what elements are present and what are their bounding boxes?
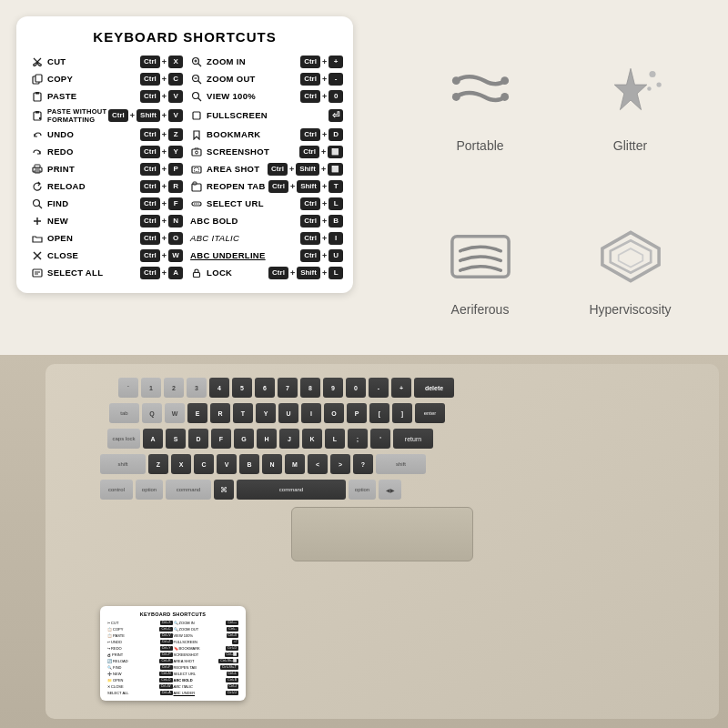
key-s[interactable]: S	[166, 429, 186, 449]
mini-bookmark: 🔖 BOOKMARKCtrl+D	[174, 645, 239, 651]
mini-bold: ABC BOLDCtrl+B	[174, 677, 239, 682]
key-lbrace[interactable]: [	[369, 403, 389, 423]
key-h[interactable]: H	[257, 429, 277, 449]
key-6[interactable]: 6	[255, 378, 275, 398]
key-3[interactable]: 3	[187, 378, 207, 398]
mini-reopen: REOPEN TABCtrl+Sh+T	[174, 664, 239, 670]
mini-view100: VIEW 100%Ctrl+0	[174, 632, 239, 638]
svg-rect-10	[35, 92, 39, 95]
trackpad[interactable]	[291, 507, 473, 561]
key-quote[interactable]: '	[370, 429, 390, 449]
key-f[interactable]: F	[211, 429, 231, 449]
key-c[interactable]: C	[194, 454, 214, 474]
key-7[interactable]: 7	[278, 378, 298, 398]
copy-icon	[31, 73, 44, 86]
select-url-icon	[190, 197, 203, 210]
lock-icon	[190, 267, 203, 279]
key-o[interactable]: O	[324, 403, 344, 423]
key-5[interactable]: 5	[232, 378, 252, 398]
key-return[interactable]: return	[393, 429, 433, 449]
key-fn-symbol[interactable]: ⌘	[214, 480, 234, 500]
key-arrows[interactable]: ◀▶	[379, 480, 401, 500]
paste-keys: Ctrl+V	[140, 90, 183, 103]
key-backtick[interactable]: `	[118, 378, 138, 398]
copy-label: COPY	[47, 74, 73, 84]
glitter-item: Glitter	[560, 27, 701, 182]
key-delete[interactable]: delete	[414, 378, 454, 398]
key-z[interactable]: Z	[148, 454, 168, 474]
mini-copy: 📋 COPYCtrl+C	[107, 626, 173, 632]
key-b[interactable]: B	[239, 454, 259, 474]
aeriferous-label: Aeriferous	[451, 302, 510, 317]
key-1[interactable]: 1	[141, 378, 161, 398]
key-semicolon[interactable]: ;	[348, 429, 368, 449]
print-keys: Ctrl+P	[140, 163, 183, 176]
key-e[interactable]: E	[187, 403, 207, 423]
key-j[interactable]: J	[279, 429, 299, 449]
key-r[interactable]: R	[210, 403, 230, 423]
fullscreen-keys: ⏎	[329, 109, 343, 122]
aeriferous-item: Aeriferous	[410, 191, 551, 346]
key-v[interactable]: V	[217, 454, 237, 474]
key-0[interactable]: 0	[346, 378, 366, 398]
key-shift-left[interactable]: shift	[100, 454, 146, 474]
key-l[interactable]: L	[325, 429, 345, 449]
hyperviscosity-item: Hyperviscosity	[560, 191, 701, 346]
key-a[interactable]: A	[143, 429, 163, 449]
key-d[interactable]: D	[188, 429, 208, 449]
new-keys: Ctrl+N	[140, 215, 183, 228]
key-rbrace[interactable]: ]	[392, 403, 412, 423]
shortcuts-grid: CUT Ctrl+X ZOOM IN Ctrl++	[31, 54, 339, 280]
key-n[interactable]: N	[262, 454, 282, 474]
key-y[interactable]: Y	[256, 403, 276, 423]
key-x[interactable]: X	[171, 454, 191, 474]
key-8[interactable]: 8	[300, 378, 320, 398]
key-control[interactable]: control	[100, 480, 133, 500]
shortcut-print: PRINT Ctrl+P	[31, 161, 183, 177]
key-4[interactable]: 4	[209, 378, 229, 398]
key-q[interactable]: Q	[142, 403, 162, 423]
undo-keys: Ctrl+Z	[140, 128, 183, 141]
paste-icon	[31, 90, 44, 103]
reload-keys: Ctrl+R	[140, 180, 183, 193]
key-caps[interactable]: caps lock	[107, 429, 140, 449]
fullscreen-icon	[190, 109, 203, 122]
redo-keys: Ctrl+Y	[140, 146, 183, 158]
select-url-keys: Ctrl+L	[300, 197, 343, 210]
key-shift-right[interactable]: shift	[376, 454, 426, 474]
key-k[interactable]: K	[302, 429, 322, 449]
key-comma[interactable]: <	[308, 454, 328, 474]
svg-line-28	[39, 205, 43, 208]
svg-line-7	[198, 80, 202, 84]
mini-select-all: SELECT ALLCtrl+A	[107, 690, 173, 695]
key-slash[interactable]: ?	[353, 454, 373, 474]
key-enter-top[interactable]: enter	[415, 403, 445, 423]
key-m[interactable]: M	[285, 454, 305, 474]
zoom-out-label: ZOOM OUT	[207, 74, 256, 84]
key-space[interactable]: command	[237, 480, 346, 500]
svg-rect-35	[33, 269, 42, 277]
key-9[interactable]: 9	[323, 378, 343, 398]
glitter-label: Glitter	[613, 138, 647, 153]
key-g[interactable]: G	[234, 429, 254, 449]
key-i[interactable]: I	[301, 403, 321, 423]
key-option[interactable]: option	[136, 480, 163, 500]
bold-label: ABC BOLD	[190, 216, 238, 226]
key-p[interactable]: P	[347, 403, 367, 423]
shortcut-select-all: SELECT ALL Ctrl+A	[31, 265, 183, 280]
key-command-left[interactable]: command	[166, 480, 211, 500]
key-u[interactable]: U	[278, 403, 298, 423]
key-t[interactable]: T	[233, 403, 253, 423]
key-minus[interactable]: -	[369, 378, 389, 398]
mini-select-url: SELECT URLCtrl+L	[174, 671, 239, 676]
mini-shortcut-card: KEYBOARD SHORTCUTS ✂ CUTCtrl+X 🔍 ZOOM IN…	[100, 606, 246, 701]
key-option-right[interactable]: option	[349, 480, 376, 500]
key-period[interactable]: >	[330, 454, 350, 474]
mini-close: ✕ CLOSECtrl+W	[107, 683, 173, 689]
key-tab[interactable]: tab	[109, 403, 139, 423]
key-w[interactable]: W	[165, 403, 185, 423]
mini-area-shot: AREA SHOTCtrl+Sh+⬜	[174, 658, 239, 663]
key-2[interactable]: 2	[164, 378, 184, 398]
key-plus[interactable]: +	[391, 378, 411, 398]
select-all-label: SELECT ALL	[47, 268, 103, 278]
